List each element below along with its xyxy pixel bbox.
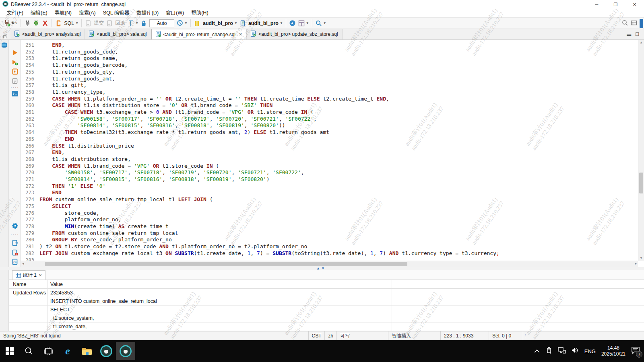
table-row[interactable]: t1.source_system, bbox=[9, 314, 644, 323]
connection-selector[interactable]: audit_bi_pro bbox=[203, 21, 233, 26]
connection-caret[interactable]: ▼ bbox=[234, 21, 237, 25]
toolbar-grip-dots: ···· bbox=[11, 230, 19, 238]
column-header-name[interactable]: Name bbox=[9, 282, 47, 287]
toolbar-search-caret[interactable]: ▼ bbox=[323, 21, 326, 25]
view-minimize-icon[interactable]: ▬ bbox=[627, 32, 631, 37]
menu-item[interactable]: 文件(F) bbox=[3, 9, 27, 17]
vertical-scrollbar[interactable]: ▲ ▼ bbox=[638, 40, 644, 261]
taskbar-search-icon[interactable] bbox=[19, 342, 39, 360]
task-view-icon[interactable] bbox=[39, 342, 58, 360]
taskbar-clock[interactable]: 14:48 2025/10/21 bbox=[601, 345, 625, 357]
splitter-arrows[interactable]: ▲▼ bbox=[316, 266, 325, 270]
terminal-icon[interactable] bbox=[11, 90, 19, 98]
rollback-button[interactable]: 回滚 bbox=[115, 20, 125, 27]
internet-explorer-icon[interactable]: e bbox=[58, 342, 77, 360]
database-navigator-icon[interactable] bbox=[1, 42, 8, 49]
results-tab-close-icon[interactable]: ✕ bbox=[39, 273, 42, 278]
minimize-button[interactable]: ─ bbox=[587, 0, 606, 9]
transaction-caret[interactable]: ▼ bbox=[135, 21, 138, 25]
sql-editor[interactable]: 251 END,252 t1.return_goods_code,253 t1.… bbox=[21, 40, 644, 267]
table-row[interactable]: t1.create_date, bbox=[9, 323, 644, 331]
disconnect-icon[interactable] bbox=[41, 19, 49, 27]
status-writable[interactable]: 可写 bbox=[336, 331, 388, 340]
column-header-value[interactable]: Value bbox=[47, 282, 644, 287]
vertical-scrollbar-thumb[interactable] bbox=[639, 173, 643, 193]
action-center-icon[interactable]: 7 bbox=[631, 346, 640, 356]
commit-button[interactable]: 提交 bbox=[94, 20, 104, 27]
menu-item[interactable]: 搜索(A) bbox=[75, 9, 99, 17]
lock-icon[interactable] bbox=[140, 19, 148, 27]
quick-search-icon[interactable] bbox=[621, 19, 629, 27]
menu-item[interactable]: 帮助(H) bbox=[188, 9, 212, 17]
new-connection-caret[interactable]: �Ｖ bbox=[11, 21, 18, 25]
history-icon[interactable] bbox=[176, 19, 184, 27]
commit-mode-select[interactable]: Auto bbox=[149, 19, 174, 27]
navigate-icon[interactable] bbox=[289, 19, 297, 27]
sql-editor-caret[interactable]: ▼ bbox=[75, 21, 78, 25]
maximize-button[interactable]: ❐ bbox=[606, 0, 625, 9]
settings-gear-icon[interactable] bbox=[11, 222, 19, 230]
table-row[interactable]: Updated Rows23245853 bbox=[9, 289, 644, 297]
execute-statement-icon[interactable] bbox=[11, 49, 19, 57]
script-file-icon[interactable]: (s) bbox=[11, 258, 19, 266]
code-text: t1.return_goods_qty, bbox=[39, 69, 115, 76]
layout-caret[interactable]: ▼ bbox=[306, 21, 309, 25]
menu-item[interactable]: 数据库(D) bbox=[133, 9, 162, 17]
horizontal-scrollbar[interactable]: ◂ ▸ bbox=[21, 261, 638, 267]
status-timezone[interactable]: CST bbox=[308, 331, 324, 340]
transaction-mode-icon[interactable] bbox=[127, 19, 135, 27]
splitter-down-icon[interactable]: ▼ bbox=[321, 266, 325, 270]
code-area[interactable]: 251 END,252 t1.return_goods_code,253 t1.… bbox=[21, 40, 638, 261]
history-caret[interactable]: ▼ bbox=[184, 21, 188, 25]
code-line: 279 FROM custom_online_sale_return_tmp_l… bbox=[21, 230, 638, 237]
code-line: 258 t1.currency_type, bbox=[21, 89, 638, 96]
horizontal-scrollbar-thumb[interactable] bbox=[45, 262, 407, 266]
tray-volume-icon[interactable] bbox=[572, 347, 579, 355]
start-button[interactable] bbox=[0, 342, 19, 360]
editor-tab[interactable]: <audit_bi_pro> return_change.sql✕ bbox=[151, 29, 247, 39]
schema-selector[interactable]: audit_bi_pro bbox=[248, 21, 279, 26]
file-error-icon[interactable] bbox=[11, 249, 19, 257]
status-caret-position[interactable]: 223 : 1 : 9033 bbox=[440, 331, 489, 340]
editor-tab[interactable]: <audit_bi_pro> update_sbz_store.sql bbox=[247, 29, 342, 39]
sql-editor-icon[interactable] bbox=[54, 19, 62, 27]
execute-script-icon[interactable] bbox=[11, 68, 19, 76]
new-connection-icon[interactable] bbox=[3, 19, 11, 27]
table-row[interactable]: INSERT INTO custom_online_sale_return_lo… bbox=[9, 297, 644, 306]
status-language[interactable]: zh bbox=[324, 331, 336, 340]
dbeaver-taskbar-icon-active[interactable] bbox=[116, 342, 135, 360]
menu-item[interactable]: 编辑(E) bbox=[27, 9, 51, 17]
minimized-view-bar[interactable] bbox=[640, 19, 643, 28]
export-result-icon[interactable] bbox=[11, 239, 19, 247]
connect-icon[interactable] bbox=[23, 19, 31, 27]
tray-network-icon[interactable] bbox=[558, 347, 566, 355]
view-maximize-icon[interactable]: ❐ bbox=[635, 32, 639, 37]
reconnect-icon[interactable] bbox=[32, 19, 40, 27]
menu-item[interactable]: SQL 编辑器 bbox=[99, 9, 133, 17]
editor-tab[interactable]: <audit_bi_pro> analysis.sql bbox=[10, 29, 85, 39]
execute-new-tab-icon[interactable] bbox=[11, 58, 19, 66]
layout-icon[interactable] bbox=[297, 19, 305, 27]
file-explorer-icon[interactable] bbox=[77, 342, 97, 360]
tab-statistics[interactable]: 统计 1 ✕ bbox=[12, 270, 45, 280]
splitter-up-icon[interactable]: ▲ bbox=[316, 266, 320, 270]
tray-chevron-icon[interactable] bbox=[534, 348, 540, 355]
close-button[interactable]: ✕ bbox=[625, 0, 644, 9]
menu-item[interactable]: 导航(N) bbox=[51, 9, 75, 17]
table-row[interactable]: SELECT bbox=[9, 306, 644, 314]
window-title: DBeaver 22.3.4 - <audit_bi_pro> return_c… bbox=[11, 2, 126, 7]
tab-close-icon[interactable]: ✕ bbox=[239, 32, 242, 37]
sql-file-icon bbox=[89, 31, 94, 38]
status-insert-mode[interactable]: 智能插入 bbox=[388, 331, 440, 340]
editor-results-splitter[interactable]: ▲▼ bbox=[0, 267, 644, 270]
tray-usb-icon[interactable] bbox=[546, 347, 552, 356]
code-text: THEN '1' ELSE '0' bbox=[39, 183, 105, 190]
input-language-indicator[interactable]: ENG bbox=[584, 348, 596, 354]
perspective-icon[interactable] bbox=[630, 19, 638, 27]
menu-item[interactable]: 窗口(W) bbox=[162, 9, 188, 17]
sql-editor-label[interactable]: SQL bbox=[64, 21, 74, 26]
schema-caret[interactable]: ▼ bbox=[280, 21, 283, 25]
editor-tab[interactable]: <audit_bi_pro> sale.sql bbox=[85, 29, 151, 39]
dbeaver-taskbar-icon[interactable] bbox=[97, 342, 116, 360]
toolbar-search-icon[interactable] bbox=[315, 19, 323, 27]
